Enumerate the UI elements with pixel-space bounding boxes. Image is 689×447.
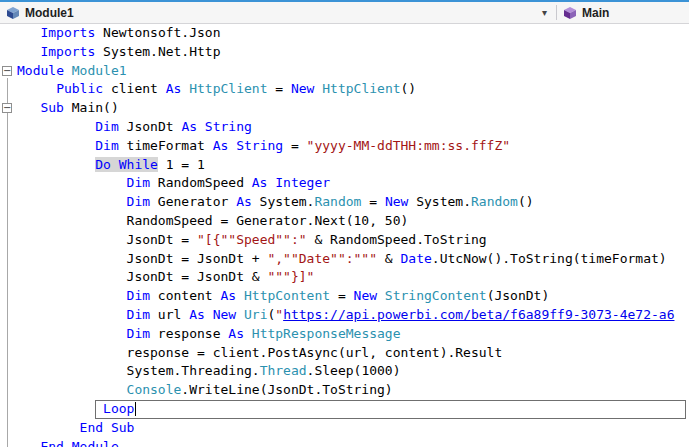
code-token: content: [150, 288, 220, 303]
code-line[interactable]: Console.WriteLine(JsonDt.ToString): [0, 381, 689, 400]
code-line[interactable]: Dim content As HttpContent = New StringC…: [0, 287, 689, 306]
code-token: HttpResponseMessage: [244, 326, 401, 341]
navigation-bar: Module1 ▾ Main: [0, 2, 689, 24]
code-token: New: [205, 307, 236, 322]
code-token: Date: [401, 251, 432, 266]
gutter: [0, 362, 17, 381]
code-text: Do While 1 = 1: [17, 156, 689, 175]
code-line[interactable]: JsonDt = JsonDt + ",""Date"":""" & Date.…: [0, 250, 689, 269]
code-token: As: [181, 119, 197, 134]
code-token: =: [267, 81, 290, 96]
code-token: System.Net.Http: [95, 44, 220, 59]
code-token: & RandomSpeed.ToString: [307, 232, 487, 247]
code-line[interactable]: JsonDt = JsonDt & """}]": [0, 268, 689, 287]
code-token: (): [401, 81, 417, 96]
gutter: [0, 306, 17, 325]
code-token: As: [236, 194, 252, 209]
gutter: [0, 174, 17, 193]
code-editor[interactable]: Imports Newtonsoft.JsonImports System.Ne…: [0, 24, 689, 447]
code-token: =: [330, 288, 353, 303]
code-line[interactable]: Do While 1 = 1: [0, 156, 689, 175]
collapse-minus-icon[interactable]: −: [2, 66, 12, 76]
code-line[interactable]: Dim RandomSpeed As Integer: [0, 174, 689, 193]
code-line[interactable]: System.Threading.Thread.Sleep(1000): [0, 362, 689, 381]
code-token: Generator: [150, 194, 236, 209]
code-line[interactable]: Dim timeFormat As String = "yyyy-MM-ddTH…: [0, 137, 689, 156]
code-line[interactable]: End Sub: [0, 419, 689, 438]
collapse-minus-icon[interactable]: −: [2, 103, 12, 113]
code-token: HttpClient: [181, 81, 267, 96]
method-icon: [563, 6, 577, 20]
code-line[interactable]: RandomSpeed = Generator.Next(10, 50): [0, 212, 689, 231]
code-token: "[{""Speed"":": [197, 232, 307, 247]
code-token: End Sub: [80, 420, 135, 435]
code-text: Dim response As HttpResponseMessage: [17, 325, 689, 344]
gutter: [0, 268, 17, 287]
code-token: As: [166, 81, 182, 96]
member-dropdown[interactable]: Main: [557, 2, 689, 23]
code-token: Imports: [40, 25, 95, 40]
code-line[interactable]: JsonDt = "[{""Speed"":" & RandomSpeed.To…: [0, 231, 689, 250]
code-token: .UtcNow().ToString(timeFormat): [432, 251, 667, 266]
code-token: Random: [471, 194, 518, 209]
code-text: Dim timeFormat As String = "yyyy-MM-ddTH…: [17, 137, 689, 156]
code-line[interactable]: −Sub Main(): [0, 99, 689, 118]
code-token: Console: [127, 382, 182, 397]
code-text: Dim Generator As System.Random = New Sys…: [17, 193, 689, 212]
code-token: .Sleep(1000): [307, 363, 401, 378]
code-line[interactable]: Public client As HttpClient = New HttpCl…: [0, 80, 689, 99]
code-line[interactable]: Dim response As HttpResponseMessage: [0, 325, 689, 344]
code-line[interactable]: Imports System.Net.Http: [0, 43, 689, 62]
code-token: As: [189, 307, 205, 322]
code-text: JsonDt = JsonDt + ",""Date"":""" & Date.…: [17, 250, 689, 269]
gutter: [0, 419, 17, 438]
code-line[interactable]: End Module: [0, 438, 689, 447]
code-token: New: [291, 81, 314, 96]
code-token: New: [354, 288, 377, 303]
code-token: Module: [17, 63, 64, 78]
code-line[interactable]: Dim url As New Uri("https://api.powerbi.…: [0, 306, 689, 325]
code-token: ": [275, 307, 283, 322]
code-line[interactable]: Loop: [0, 400, 689, 419]
code-line[interactable]: response = client.PostAsync(url, content…: [0, 344, 689, 363]
code-token: url: [150, 307, 189, 322]
code-token: client: [103, 81, 166, 96]
code-token: https://api.powerbi.com/beta/f6a89ff9-30…: [283, 307, 674, 322]
code-token: (): [518, 194, 534, 209]
code-token: =: [361, 194, 384, 209]
gutter: [0, 156, 17, 175]
code-token: JsonDt =: [127, 232, 197, 247]
gutter: [0, 325, 17, 344]
fold-toggle[interactable]: −: [0, 99, 17, 118]
code-token: New: [385, 194, 408, 209]
code-text: End Module: [17, 438, 689, 447]
gutter: [0, 400, 17, 419]
gutter: [0, 80, 17, 99]
code-token: Newtonsoft.Json: [95, 25, 220, 40]
code-token: Uri: [236, 307, 267, 322]
chevron-down-icon[interactable]: ▾: [542, 7, 550, 18]
code-token: Loop: [103, 401, 134, 416]
code-line[interactable]: −Module Module1: [0, 62, 689, 81]
fold-toggle[interactable]: −: [0, 62, 17, 81]
code-token: RandomSpeed = Generator.Next(10, 50): [127, 213, 409, 228]
code-token: timeFormat: [119, 138, 213, 153]
code-token: JsonDt = JsonDt &: [127, 269, 268, 284]
code-text: Module Module1: [17, 62, 689, 81]
code-text: JsonDt = "[{""Speed"":" & RandomSpeed.To…: [17, 231, 689, 250]
code-line[interactable]: Imports Newtonsoft.Json: [0, 24, 689, 43]
code-token: Random: [314, 194, 361, 209]
gutter: [0, 231, 17, 250]
code-token: .WriteLine(JsonDt.ToString): [181, 382, 392, 397]
gutter: [0, 137, 17, 156]
code-token: response = client.PostAsync(url, content…: [127, 345, 503, 360]
type-dropdown[interactable]: Module1 ▾: [0, 2, 556, 23]
code-text: Dim url As New Uri("https://api.powerbi.…: [17, 306, 689, 325]
gutter: [0, 43, 17, 62]
code-token: As: [252, 175, 268, 190]
code-token: 1 = 1: [158, 157, 205, 172]
code-line[interactable]: Dim JsonDt As String: [0, 118, 689, 137]
code-token: ",""Date"":""": [267, 251, 377, 266]
code-line[interactable]: Dim Generator As System.Random = New Sys…: [0, 193, 689, 212]
code-token: Dim: [127, 288, 150, 303]
